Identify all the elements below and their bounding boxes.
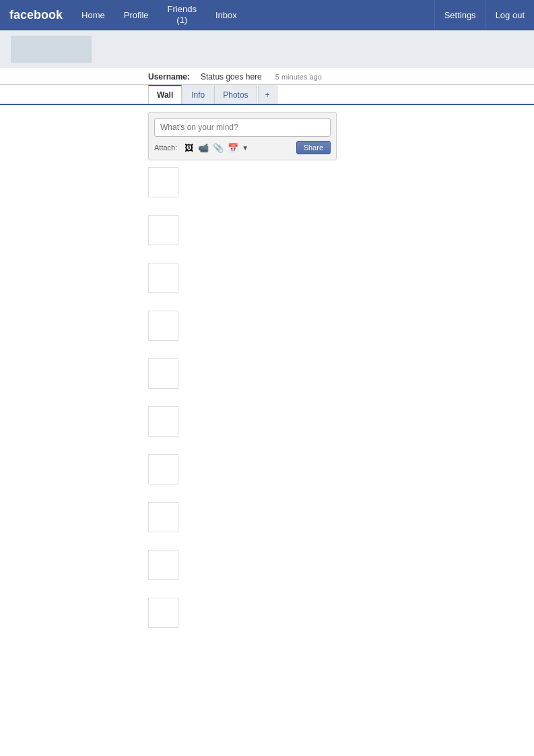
tab-info[interactable]: Info	[182, 86, 213, 104]
tab-photos[interactable]: Photos	[214, 86, 257, 104]
post-placeholder-2	[148, 215, 178, 245]
post-placeholder-9	[148, 550, 178, 580]
facebook-logo[interactable]: facebook	[0, 0, 72, 30]
nav-settings[interactable]: Settings	[434, 0, 486, 30]
share-button[interactable]: Share	[296, 141, 331, 154]
top-navigation: facebook Home Profile Friends (1) Inbox …	[0, 0, 534, 30]
profile-cover-photo	[11, 36, 92, 63]
nav-friends[interactable]: Friends (1)	[158, 0, 206, 30]
attach-label: Attach:	[154, 144, 177, 152]
profile-header	[0, 30, 534, 68]
status-text: Status goes here	[201, 72, 262, 82]
attach-dropdown[interactable]: ▼	[242, 144, 248, 152]
status-input[interactable]	[154, 118, 331, 137]
nav-logout[interactable]: Log out	[486, 0, 534, 30]
post-placeholder-8	[148, 502, 178, 532]
username-label: Username:	[148, 72, 190, 82]
post-placeholder-10	[148, 598, 178, 628]
wall-feed: Attach: 🖼 📹 📎 📅 ▼ Share	[148, 112, 337, 645]
nav-home[interactable]: Home	[72, 0, 114, 30]
link-attach-icon[interactable]: 📎	[212, 141, 224, 154]
attach-bar: Attach: 🖼 📹 📎 📅 ▼ Share	[154, 141, 331, 154]
event-attach-icon[interactable]: 📅	[227, 141, 239, 154]
photo-attach-icon[interactable]: 🖼	[182, 141, 195, 154]
post-placeholder-7	[148, 454, 178, 484]
video-attach-icon[interactable]: 📹	[197, 141, 209, 154]
profile-tabs: Wall Info Photos +	[0, 85, 534, 105]
profile-info-bar: Username: Status goes here 5 minutes ago	[0, 68, 534, 85]
post-placeholder-3	[148, 263, 178, 293]
nav-inbox[interactable]: Inbox	[206, 0, 246, 30]
tab-wall[interactable]: Wall	[148, 85, 182, 104]
tab-add[interactable]: +	[258, 86, 277, 104]
post-placeholder-4	[148, 311, 178, 341]
nav-profile[interactable]: Profile	[114, 0, 158, 30]
feed-area	[148, 167, 337, 645]
post-placeholder-6	[148, 406, 178, 437]
main-content: Attach: 🖼 📹 📎 📅 ▼ Share	[0, 105, 534, 652]
status-box: Attach: 🖼 📹 📎 📅 ▼ Share	[148, 112, 337, 160]
status-time: 5 minutes ago	[275, 73, 322, 81]
post-placeholder-1	[148, 167, 178, 197]
post-placeholder-5	[148, 358, 178, 389]
